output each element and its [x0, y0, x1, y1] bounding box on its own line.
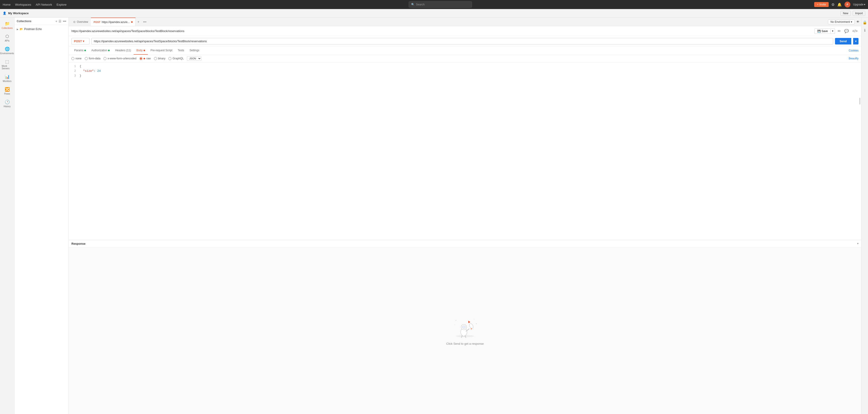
body-option-form-data[interactable]: form-data: [85, 57, 100, 60]
tab-bar: ⊙ Overview POST https://ipamdev.azure...…: [69, 18, 861, 26]
right-panel-icons: 🔒 ℹ: [861, 18, 868, 414]
svg-point-12: [476, 323, 477, 324]
code-content-2: "size": 24: [80, 69, 101, 74]
collection-name: Postman Echo: [24, 28, 42, 31]
sidebar-flows-label: Flows: [4, 93, 10, 95]
method-select[interactable]: POST ▾: [71, 38, 90, 44]
search-placeholder: Search: [416, 3, 425, 6]
nav-api-network[interactable]: API Network: [36, 3, 52, 6]
settings-icon[interactable]: ⚙: [831, 2, 835, 7]
code-brace-open: {: [80, 64, 81, 69]
nav-workspaces[interactable]: Workspaces: [15, 3, 31, 6]
tab-tests-label: Tests: [178, 49, 184, 52]
url-input[interactable]: [91, 38, 833, 44]
nav-explore[interactable]: Explore: [57, 3, 66, 6]
body-raw-label: raw: [146, 57, 151, 60]
radio-urlencoded[interactable]: [103, 57, 106, 60]
env-chevron-icon: ▾: [851, 20, 852, 24]
new-button[interactable]: New: [840, 11, 851, 16]
radio-graphql[interactable]: [168, 57, 171, 60]
comment-icon-button[interactable]: 💬: [843, 28, 850, 34]
url-path-display: https://ipamdev.azurewebsites.net/api/sp…: [71, 29, 813, 33]
sidebar-item-history[interactable]: 🕐 History: [1, 98, 13, 109]
send-dropdown-button[interactable]: ▾: [853, 38, 859, 44]
tab-tests[interactable]: Tests: [175, 46, 187, 55]
save-dropdown-button[interactable]: ▾: [831, 29, 835, 34]
tab-authorization-label: Authorization: [91, 49, 107, 52]
body-option-binary[interactable]: binary: [154, 57, 165, 60]
tab-headers[interactable]: Headers (11): [112, 46, 133, 55]
sidebar-item-flows[interactable]: 🔀 Flows: [1, 85, 13, 97]
right-panel-cookie-icon[interactable]: 🔒: [862, 20, 868, 26]
body-none-label: none: [75, 57, 82, 60]
body-option-raw[interactable]: raw: [140, 57, 151, 60]
more-options-icon[interactable]: •••: [63, 20, 66, 23]
add-collection-icon[interactable]: +: [55, 20, 57, 23]
sidebar-item-collections[interactable]: 📁 Collections: [1, 20, 13, 31]
sidebar-item-apis[interactable]: ⬡ APIs: [1, 32, 13, 44]
sidebar-item-mock-servers[interactable]: ⬚ Mock Servers: [1, 57, 13, 72]
cookies-link[interactable]: Cookies: [849, 49, 859, 52]
nav-home[interactable]: Home: [3, 3, 11, 6]
tab-overview[interactable]: ⊙ Overview: [70, 18, 91, 26]
sidebar-item-environments[interactable]: 🌐 Environments: [1, 45, 13, 57]
search-bar[interactable]: 🔍 Search: [409, 1, 472, 8]
radio-form-data[interactable]: [85, 57, 88, 60]
tab-body[interactable]: Body: [133, 46, 148, 55]
svg-point-11: [474, 319, 474, 319]
tab-params[interactable]: Params: [71, 46, 89, 55]
flows-icon: 🔀: [5, 87, 10, 92]
invite-button[interactable]: + Invite: [814, 2, 829, 7]
collections-icon: 📁: [5, 21, 10, 26]
code-editor[interactable]: 1 { 2 "size": 24 3 }: [69, 62, 861, 240]
topbar-left: Home Workspaces API Network Explore: [3, 3, 66, 6]
tab-active-request[interactable]: POST https://ipamdev.azure...: [91, 18, 135, 26]
response-header: Response ▾: [69, 240, 861, 247]
radio-raw[interactable]: [140, 57, 143, 60]
response-empty-state: Click Send to get a response: [69, 247, 861, 414]
avatar[interactable]: P: [844, 2, 850, 7]
response-title: Response: [71, 242, 857, 245]
save-button[interactable]: 💾 Save: [814, 29, 831, 34]
body-option-urlencoded[interactable]: x-www-form-urlencoded: [103, 57, 136, 60]
topbar: Home Workspaces API Network Explore 🔍 Se…: [0, 0, 868, 9]
tab-authorization[interactable]: Authorization: [89, 46, 112, 55]
tab-url-label: https://ipamdev.azure...: [102, 21, 130, 24]
import-button[interactable]: Import: [852, 11, 865, 16]
sidebar-item-monitors[interactable]: 📊 Monitors: [1, 72, 13, 84]
bell-icon[interactable]: 🔔: [837, 2, 842, 7]
workspace-icon: 👤: [3, 11, 6, 15]
json-format-select[interactable]: JSON: [187, 56, 202, 61]
svg-point-13: [455, 324, 455, 325]
main-layout: 📁 Collections ⬡ APIs 🌐 Environments ⬚ Mo…: [0, 18, 868, 414]
line-num-1: 1: [71, 64, 76, 69]
monitors-icon: 📊: [5, 74, 10, 79]
environment-selector[interactable]: No Environment ▾: [828, 20, 855, 24]
sidebar-mock-label: Mock Servers: [2, 65, 13, 70]
collection-icon: 📂: [20, 28, 23, 31]
comment-icon: 💬: [844, 29, 849, 33]
edit-icon-button[interactable]: ✏: [837, 28, 842, 34]
upgrade-button[interactable]: Upgrade ▾: [853, 3, 865, 6]
eye-icon[interactable]: 👁: [857, 20, 860, 24]
radio-none[interactable]: [71, 57, 74, 60]
radio-binary[interactable]: [154, 57, 157, 60]
send-button[interactable]: Send: [835, 38, 851, 44]
beautify-button[interactable]: Beautify: [849, 57, 859, 60]
body-option-none[interactable]: none: [71, 57, 82, 60]
right-panel-info-icon[interactable]: ℹ: [863, 27, 866, 33]
body-option-graphql[interactable]: GraphQL: [168, 57, 184, 60]
tab-method-label: POST: [94, 21, 100, 24]
filter-icon[interactable]: ☰: [59, 20, 61, 23]
svg-point-10: [456, 320, 456, 321]
response-collapse-icon[interactable]: ▾: [857, 242, 859, 245]
tab-more-button[interactable]: •••: [141, 20, 148, 24]
svg-point-7: [469, 323, 474, 329]
code-icon-button[interactable]: </>: [851, 28, 859, 34]
method-chevron-icon: ▾: [83, 39, 84, 43]
tab-prerequest[interactable]: Pre-request Script: [148, 46, 175, 55]
collection-item-postman-echo[interactable]: ▶ 📂 Postman Echo: [14, 26, 68, 32]
tab-settings[interactable]: Settings: [187, 46, 202, 55]
request-method-row: POST ▾ Send ▾: [69, 36, 861, 46]
tab-add-button[interactable]: +: [135, 20, 141, 24]
